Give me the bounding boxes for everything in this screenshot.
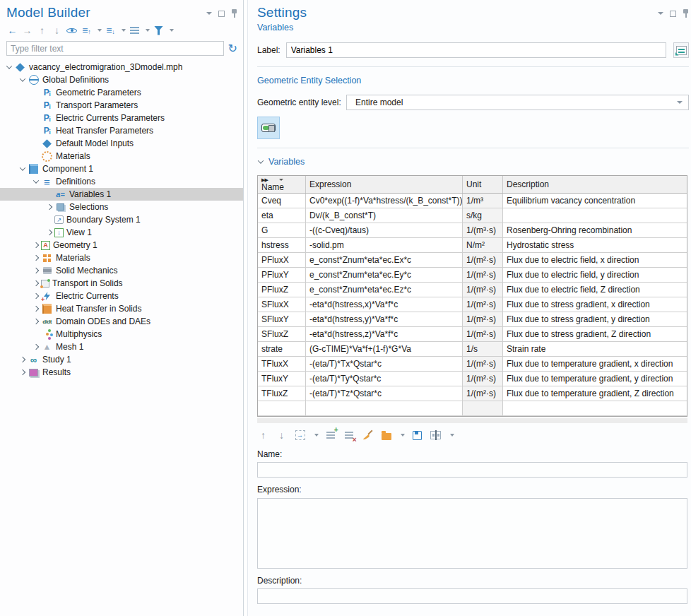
tree-item[interactable]: Solid Mechanics <box>0 264 243 277</box>
tree-item[interactable]: Domain ODEs and DAEs <box>0 315 243 328</box>
tree-item[interactable]: Electric Currents Parameters <box>0 112 243 124</box>
variables-table-row[interactable]: SFluxY -eta*d(hstress,y)*Va*f*c 1/(m²·s)… <box>258 312 687 327</box>
column-header-description[interactable]: Description <box>507 179 683 189</box>
variables-table-row[interactable]: SFluxZ -eta*d(hstress,z)*Va*f*c 1/(m²·s)… <box>258 327 687 342</box>
column-header-unit[interactable]: Unit <box>466 179 499 189</box>
show-button[interactable] <box>66 24 78 37</box>
cell-description[interactable]: Strain rate <box>503 342 687 356</box>
tree-item[interactable]: Heat Transfer Parameters <box>0 124 243 137</box>
variables-table-row[interactable]: TFluxY -(eta/T)*Ty*Qstar*c 1/(m²·s) Flux… <box>258 372 687 386</box>
expand-all-button[interactable]: ≡↑ <box>81 24 93 37</box>
float-window-icon[interactable] <box>218 11 225 17</box>
tree-item[interactable]: Default Model Inputs <box>0 137 243 150</box>
delete-row-button[interactable] <box>343 429 355 442</box>
cell-expression[interactable]: -(eta/T)*Ty*Qstar*c <box>306 372 463 386</box>
cell-description[interactable]: Equilibrium vacancy concentration <box>503 194 687 208</box>
cell-expression[interactable]: -(eta/T)*Tz*Qstar*c <box>306 386 463 401</box>
filter-button[interactable] <box>153 24 165 37</box>
back-button[interactable]: ← <box>6 24 18 37</box>
tree-item[interactable]: Variables 1 <box>0 188 243 201</box>
tree-twisty-icon[interactable] <box>45 230 54 235</box>
variables-table-row[interactable] <box>258 401 687 416</box>
tree-twisty-icon[interactable] <box>31 281 41 285</box>
cell-name[interactable]: PFluxY <box>258 268 306 282</box>
tree-item[interactable]: Geometry 1 <box>0 239 243 251</box>
tree-twisty-icon[interactable] <box>18 167 28 171</box>
tree-item[interactable]: Transport in Solids <box>0 277 243 290</box>
table-horizontal-scrollbar[interactable] <box>257 418 687 423</box>
cell-description[interactable]: Flux due to stress gradient, x direction <box>503 297 687 312</box>
cell-name[interactable]: PFluxZ <box>258 283 306 297</box>
variables-table-row[interactable]: hstress -solid.pm N/m² Hydrostatic stres… <box>258 238 687 253</box>
cell-name[interactable]: eta <box>258 208 306 223</box>
active-selection-toggle-button[interactable] <box>257 117 280 139</box>
filter-input[interactable] <box>6 41 224 56</box>
tree-twisty-icon[interactable] <box>18 370 28 374</box>
variables-section-heading[interactable]: Variables <box>257 157 689 167</box>
variables-table-row[interactable]: Cveq Cv0*exp((1-f)*Va*hstress/(k_B_const… <box>258 194 687 208</box>
tree-item[interactable]: Materials <box>0 251 243 264</box>
forward-button[interactable]: → <box>21 24 33 37</box>
tree-item[interactable]: Results <box>0 366 243 379</box>
geometric-entity-level-select[interactable]: Entire model <box>346 95 689 110</box>
tree-item[interactable]: Multiphysics <box>0 328 243 340</box>
cell-name[interactable]: PFluxX <box>258 253 306 267</box>
cell-name[interactable]: SFluxZ <box>258 327 306 341</box>
cell-description[interactable]: Flux due to temperature gradient, y dire… <box>503 372 687 386</box>
sort-icon[interactable]: ▶▶ <box>261 177 268 182</box>
name-input[interactable] <box>257 462 687 478</box>
tree-item[interactable]: Geometric Parameters <box>0 86 243 99</box>
cell-description[interactable] <box>503 401 687 415</box>
tree-item[interactable]: View 1 <box>0 226 243 239</box>
variables-table-row[interactable]: PFluxY e_const*Znum*eta*ec.Ey*c 1/(m²·s)… <box>258 268 687 283</box>
cell-name[interactable]: TFluxZ <box>258 386 306 401</box>
variables-table-row[interactable]: TFluxZ -(eta/T)*Tz*Qstar*c 1/(m²·s) Flux… <box>258 386 687 401</box>
cell-description[interactable]: Flux due to electric field, y direction <box>503 268 687 282</box>
tree-twisty-icon[interactable] <box>31 345 41 349</box>
cell-expression[interactable]: -eta*d(hstress,z)*Va*f*c <box>306 327 463 341</box>
cell-name[interactable]: strate <box>258 342 306 356</box>
cell-description[interactable]: Flux due to stress gradient, Z direction <box>503 327 687 341</box>
tree-item[interactable]: Definitions <box>0 175 243 188</box>
collapse-all-button[interactable]: ≡↓ <box>105 24 117 37</box>
variables-table-row[interactable]: TFluxX -(eta/T)*Tx*Qstar*c 1/(m²·s) Flux… <box>258 357 687 372</box>
cell-expression[interactable]: -eta*d(hstress,x)*Va*f*c <box>306 297 463 312</box>
variables-table-row[interactable]: PFluxZ e_const*Znum*eta*ec.Ez*c 1/(m²·s)… <box>258 283 687 297</box>
tree-twisty-icon[interactable] <box>18 78 28 82</box>
tree-item[interactable]: Component 1 <box>0 162 243 175</box>
cell-description[interactable]: Hydrostatic stress <box>503 238 687 252</box>
variables-table-row[interactable]: G -((c-Cveq)/taus) 1/(m³·s) Rosenberg-Oh… <box>258 223 687 238</box>
move-into-caret-icon[interactable] <box>314 434 319 437</box>
node-text-caret-icon[interactable] <box>146 29 150 32</box>
tree-twisty-icon[interactable] <box>31 243 41 247</box>
float-window-icon[interactable] <box>670 11 676 17</box>
cell-name[interactable]: hstress <box>258 238 306 252</box>
cell-expression[interactable] <box>306 401 463 415</box>
tree-twisty-icon[interactable] <box>31 179 41 184</box>
tree-twisty-icon[interactable] <box>31 319 41 324</box>
tree-item[interactable]: Global Definitions <box>0 73 243 86</box>
cell-name[interactable]: TFluxX <box>258 357 306 371</box>
tree-item[interactable]: Heat Transfer in Solids <box>0 302 243 315</box>
label-input[interactable] <box>286 42 666 58</box>
show-in-documentation-button[interactable] <box>673 42 689 58</box>
cell-description[interactable]: Flux due to electric field, Z direction <box>503 283 687 297</box>
tree-twisty-icon[interactable] <box>31 256 41 260</box>
variables-table-row[interactable]: PFluxX e_const*Znum*eta*ec.Ex*c 1/(m²·s)… <box>258 253 687 268</box>
cell-name[interactable]: Cveq <box>258 194 306 208</box>
cell-name[interactable]: TFluxY <box>258 372 306 386</box>
description-input[interactable] <box>257 588 687 604</box>
move-down-button[interactable]: ↓ <box>276 429 288 442</box>
section-collapse-icon[interactable] <box>257 160 264 164</box>
tree-twisty-icon[interactable] <box>45 205 54 209</box>
pin-icon[interactable] <box>231 9 237 18</box>
add-row-button[interactable] <box>325 429 337 442</box>
cell-expression[interactable]: e_const*Znum*eta*ec.Ez*c <box>306 283 463 297</box>
tree-twisty-icon[interactable] <box>4 65 14 69</box>
cell-description[interactable]: Flux due to temperature gradient, x dire… <box>503 357 687 371</box>
node-text-button[interactable] <box>129 24 141 37</box>
collapse-caret-icon[interactable] <box>206 12 212 15</box>
cell-expression[interactable]: -solid.pm <box>306 238 463 252</box>
variables-table-row[interactable]: eta Dv/(k_B_const*T) s/kg <box>258 208 687 223</box>
pin-icon[interactable] <box>683 9 689 18</box>
